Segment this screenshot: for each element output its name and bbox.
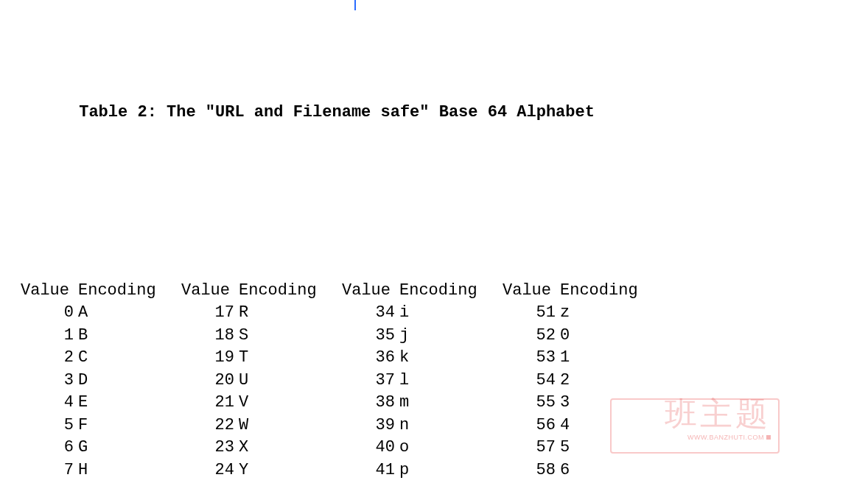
table-row: 3D20U37l542 — [21, 370, 868, 392]
encoding-cell: i — [395, 302, 503, 325]
value-cell: 0 — [21, 302, 74, 325]
encoding-cell: H — [74, 459, 181, 482]
value-cell: 23 — [181, 437, 234, 459]
value-cell: 22 — [181, 415, 234, 437]
encoding-cell: 6 — [556, 459, 663, 482]
table-row: 7H24Y41p586 — [21, 459, 868, 482]
value-cell: 40 — [342, 437, 395, 459]
encoding-cell: 3 — [556, 392, 663, 415]
encoding-cell: W — [234, 415, 342, 437]
encoding-cell: o — [395, 437, 503, 459]
encoding-cell: n — [395, 415, 503, 437]
table-row: 2C19T36k531 — [21, 347, 868, 370]
encoding-cell: S — [234, 325, 342, 348]
value-cell: 39 — [342, 415, 395, 437]
value-cell: 19 — [181, 347, 234, 370]
value-cell: 1 — [21, 325, 74, 348]
value-cell: 41 — [342, 459, 395, 482]
value-cell: 55 — [503, 392, 556, 415]
encoding-cell: 1 — [556, 347, 663, 370]
encoding-cell: T — [234, 347, 342, 370]
encoding-cell: X — [234, 437, 342, 459]
table-row: 1B18S35j520 — [21, 325, 868, 348]
encoding-cell: F — [74, 415, 181, 437]
encoding-cell: V — [234, 392, 342, 415]
encoding-cell: j — [395, 325, 503, 348]
value-cell: 58 — [503, 459, 556, 482]
encoding-cell: R — [234, 302, 342, 325]
value-cell: 34 — [342, 302, 395, 325]
encoding-table: ValueEncodingValueEncodingValueEncodingV… — [21, 280, 868, 484]
value-cell: 56 — [503, 415, 556, 437]
table-title: Table 2: The "URL and Filename safe" Bas… — [21, 102, 868, 130]
encoding-cell: B — [74, 325, 181, 348]
value-cell: 21 — [181, 392, 234, 415]
encoding-cell: z — [556, 302, 663, 325]
encoding-cell: k — [395, 347, 503, 370]
encoding-cell: C — [74, 347, 181, 370]
value-cell: 57 — [503, 437, 556, 459]
value-cell: 37 — [342, 370, 395, 392]
value-cell: 17 — [181, 302, 234, 325]
value-cell: 6 — [21, 437, 74, 459]
encoding-cell: 2 — [556, 370, 663, 392]
value-cell: 5 — [21, 415, 74, 437]
header-encoding-col0: Encoding — [74, 280, 181, 303]
title-text: Table 2: The "URL and Filename safe" Bas… — [79, 103, 595, 121]
encoding-cell: G — [74, 437, 181, 459]
encoding-cell: 5 — [556, 437, 663, 459]
table-row: 0A17R34i51z — [21, 302, 868, 325]
value-cell: 3 — [21, 370, 74, 392]
value-cell: 38 — [342, 392, 395, 415]
document-page: Table 2: The "URL and Filename safe" Bas… — [0, 0, 868, 483]
spacer — [21, 197, 868, 212]
table-row: 4E21V38m553 — [21, 392, 868, 415]
encoding-cell: A — [74, 302, 181, 325]
value-cell: 4 — [21, 392, 74, 415]
encoding-cell: 4 — [556, 415, 663, 437]
table-row: 5F22W39n564 — [21, 415, 868, 437]
header-encoding-col2: Encoding — [395, 280, 503, 303]
header-value-col1: Value — [181, 280, 234, 303]
encoding-cell: l — [395, 370, 503, 392]
value-cell: 35 — [342, 325, 395, 348]
encoding-cell: m — [395, 392, 503, 415]
header-encoding-col3: Encoding — [556, 280, 663, 303]
value-cell: 36 — [342, 347, 395, 370]
text-cursor-top — [354, 0, 356, 10]
value-cell: 24 — [181, 459, 234, 482]
value-cell: 18 — [181, 325, 234, 348]
value-cell: 7 — [21, 459, 74, 482]
encoding-cell: Y — [234, 459, 342, 482]
header-value-col0: Value — [21, 280, 74, 303]
encoding-cell: 0 — [556, 325, 663, 348]
value-cell: 53 — [503, 347, 556, 370]
value-cell: 2 — [21, 347, 74, 370]
header-encoding-col1: Encoding — [234, 280, 342, 303]
value-cell: 54 — [503, 370, 556, 392]
title-indent — [21, 103, 79, 121]
value-cell: 20 — [181, 370, 234, 392]
value-cell: 52 — [503, 325, 556, 348]
table-row: 6G23X40o575 — [21, 437, 868, 459]
header-value-col2: Value — [342, 280, 395, 303]
encoding-cell: p — [395, 459, 503, 482]
encoding-cell: U — [234, 370, 342, 392]
encoding-cell: D — [74, 370, 181, 392]
header-value-col3: Value — [503, 280, 556, 303]
encoding-cell: E — [74, 392, 181, 415]
header-row: ValueEncodingValueEncodingValueEncodingV… — [21, 280, 868, 303]
value-cell: 51 — [503, 302, 556, 325]
